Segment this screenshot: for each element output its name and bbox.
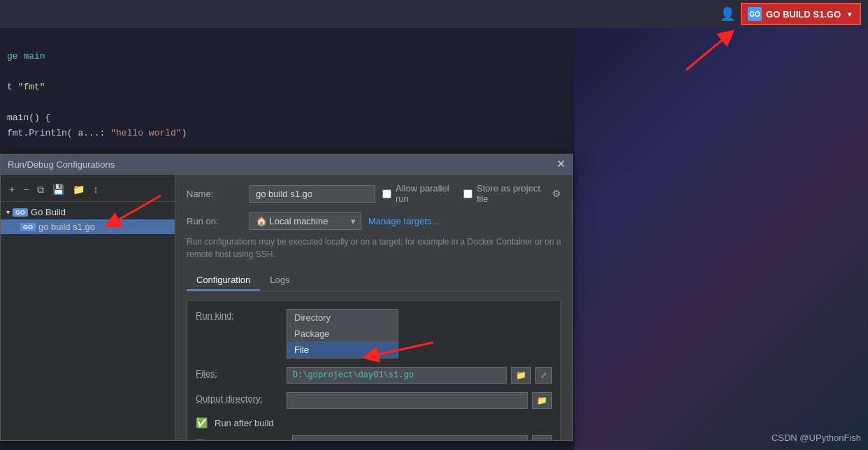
folder-config-button[interactable]: 📁: [70, 183, 87, 196]
run-after-build-label: Run after build: [215, 418, 274, 428]
dialog-body: + − ⧉ 💾 📁 ↕ ▾ GO Go Build GO go build s1…: [1, 175, 572, 440]
copy-config-button[interactable]: ⧉: [34, 183, 47, 196]
name-label: Name:: [187, 189, 243, 199]
run-after-build-row: ✅ Run after build: [196, 417, 552, 428]
tree-item-label: go build s1.go: [38, 222, 95, 232]
allow-parallel-label[interactable]: Allow parallel run: [382, 183, 456, 204]
tab-logs[interactable]: Logs: [260, 270, 299, 291]
store-project-checkbox[interactable]: [463, 189, 472, 198]
config-area: Run kind: Directory Package File Files:: [187, 300, 561, 440]
tree-item-go-build-s1[interactable]: GO go build s1.go: [1, 219, 175, 234]
output-dir-row: Output directory: 📁: [196, 392, 552, 409]
tree-category-go-build[interactable]: ▾ GO Go Build: [1, 205, 175, 219]
run-on-select-wrapper[interactable]: 🏠 Local machine: [249, 212, 361, 230]
manage-targets-link[interactable]: Manage targets...: [368, 216, 439, 226]
code-editor: ge main t "fmt" main() { fmt.Println( a.…: [7, 49, 187, 141]
files-label: Files:: [196, 367, 280, 379]
output-dir-input[interactable]: [287, 392, 528, 409]
code-line-2: [7, 64, 187, 80]
run-kind-option-package[interactable]: Package: [287, 326, 398, 342]
run-kind-option-directory[interactable]: Directory: [287, 310, 398, 326]
run-config-button[interactable]: GO GO BUILD S1.GO ▾: [741, 3, 861, 25]
redirect-input-label: Redirect input from:: [209, 438, 288, 441]
code-line-4: [7, 95, 187, 110]
tab-configuration[interactable]: Configuration: [187, 270, 260, 291]
dialog-title-bar: Run/Debug Configurations ✕: [1, 154, 572, 175]
redirect-browse-button[interactable]: 📁: [532, 435, 552, 440]
remove-config-button[interactable]: −: [20, 183, 31, 196]
run-kind-option-file[interactable]: File: [287, 342, 398, 358]
files-expand-button[interactable]: ⤢: [535, 367, 552, 384]
output-dir-label: Output directory:: [196, 392, 280, 404]
redirect-input-field[interactable]: [292, 435, 528, 440]
watermark: CSDN @UPythonFish: [772, 433, 861, 443]
store-project-label[interactable]: Store as project file: [463, 183, 545, 204]
output-row: 📁: [287, 392, 552, 409]
name-input[interactable]: [249, 185, 375, 203]
hint-text: Run configurations may be executed local…: [187, 235, 561, 261]
run-config-dropdown-arrow: ▾: [848, 10, 851, 18]
run-config-label: GO BUILD S1.GO: [766, 9, 841, 20]
dialog-title: Run/Debug Configurations: [8, 159, 115, 170]
gear-icon[interactable]: ⚙: [552, 188, 561, 199]
run-kind-row: Run kind: Directory Package File: [196, 309, 552, 358]
sort-config-button[interactable]: ↕: [90, 183, 101, 196]
tree-category-label: Go Build: [31, 207, 66, 217]
tree-arrow-go-build: ▾: [6, 208, 10, 216]
run-on-label: Run on:: [187, 216, 243, 226]
code-line-1: ge main: [7, 49, 187, 64]
tabs-row: Configuration Logs: [187, 270, 561, 291]
redirect-input-checkbox[interactable]: [196, 440, 205, 441]
allow-parallel-checkbox[interactable]: [382, 189, 391, 198]
run-kind-dropdown: Directory Package File: [287, 309, 398, 358]
files-browse-button[interactable]: 📁: [511, 367, 531, 384]
dialog-close-button[interactable]: ✕: [556, 159, 565, 170]
run-after-build-checkmark: ✅: [196, 417, 208, 428]
anime-background: [574, 0, 868, 450]
left-panel-toolbar: + − ⧉ 💾 📁 ↕: [1, 180, 175, 202]
add-config-button[interactable]: +: [6, 183, 17, 196]
code-line-6: fmt.Println( a...: "hello world"): [7, 126, 187, 141]
run-on-select[interactable]: 🏠 Local machine: [249, 212, 361, 230]
files-input[interactable]: [287, 367, 507, 384]
go-build-s1-badge: GO: [20, 223, 36, 231]
tree-section: ▾ GO Go Build GO go build s1.go: [1, 202, 175, 237]
code-line-3: t "fmt": [7, 80, 187, 95]
left-panel: + − ⧉ 💾 📁 ↕ ▾ GO Go Build GO go build s1…: [1, 175, 175, 440]
code-line-5: main() {: [7, 110, 187, 126]
file-row: 📁 ⤢: [287, 367, 552, 384]
go-build-icon: GO: [748, 7, 762, 21]
run-kind-options: Directory Package File: [287, 309, 398, 358]
run-kind-label: Run kind:: [196, 309, 280, 321]
run-on-row: Run on: 🏠 Local machine Manage targets..…: [187, 212, 561, 230]
files-row: Files: 📁 ⤢: [196, 367, 552, 384]
save-config-button[interactable]: 💾: [50, 183, 67, 196]
output-browse-button[interactable]: 📁: [532, 392, 552, 409]
run-debug-dialog: Run/Debug Configurations ✕ + − ⧉ 💾 📁 ↕ ▾…: [0, 154, 573, 441]
top-bar: 👤 GO GO BUILD S1.GO ▾: [0, 0, 868, 28]
go-build-badge: GO: [13, 208, 28, 217]
name-row: Name: Allow parallel run Store as projec…: [187, 183, 561, 204]
user-icon[interactable]: 👤: [720, 6, 735, 22]
redirect-input-row: Redirect input from: 📁: [196, 435, 552, 440]
right-panel: Name: Allow parallel run Store as projec…: [175, 175, 572, 440]
